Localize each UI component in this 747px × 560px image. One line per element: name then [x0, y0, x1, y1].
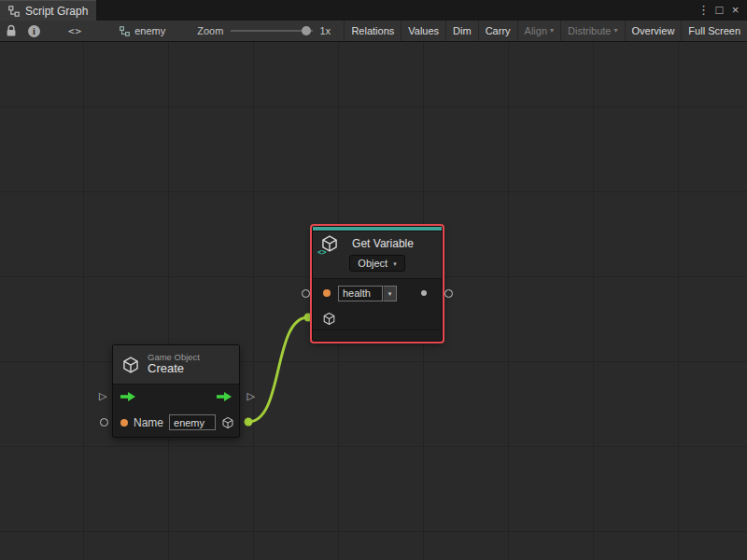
zoom-slider-handle[interactable] [302, 26, 311, 35]
tab-script-graph[interactable]: Script Graph [0, 0, 96, 21]
zoom-slider-track [231, 30, 313, 32]
name-input-port[interactable] [100, 418, 108, 427]
node-title: Create [148, 362, 200, 376]
scope-row: Object ▾ [313, 255, 442, 279]
caret-down-icon: ▾ [550, 27, 554, 35]
code-view-icon[interactable]: <> [68, 25, 82, 37]
graph-icon [120, 26, 130, 36]
zoom-slider[interactable] [231, 25, 313, 36]
overview-button[interactable]: Overview [625, 21, 682, 41]
scope-dropdown[interactable]: Object ▾ [349, 255, 404, 272]
flow-in-arrow-icon[interactable] [120, 392, 135, 401]
variable-name-input[interactable] [338, 286, 383, 301]
node-title: Get Variable [343, 237, 434, 250]
distribute-button[interactable]: Distribute ▾ [560, 21, 624, 41]
align-button[interactable]: Align ▾ [517, 21, 560, 41]
align-label: Align [525, 25, 547, 36]
variable-dropdown-button[interactable]: ▾ [383, 286, 397, 301]
scope-value: Object [358, 258, 388, 269]
graph-canvas[interactable]: <> Get Variable Object ▾ ▾ [0, 42, 747, 560]
titlebar: Script Graph ⋮ □ × [0, 0, 747, 21]
create-header[interactable]: Game Object Create [113, 345, 239, 385]
value-input-port[interactable] [302, 289, 310, 298]
flow-output-port[interactable]: ▷ [247, 391, 255, 401]
get-variable-header[interactable]: <> Get Variable [313, 231, 442, 255]
carry-label: Carry [486, 25, 511, 36]
wire-path[interactable] [248, 317, 308, 422]
name-port-dot[interactable] [120, 419, 128, 427]
carry-button[interactable]: Carry [478, 21, 517, 41]
close-icon[interactable]: × [727, 0, 743, 21]
caret-down-icon: ▾ [388, 290, 392, 297]
name-row: Name [113, 409, 239, 436]
result-cube-icon [221, 416, 234, 429]
titlebar-spacer [96, 0, 696, 21]
graph-reference[interactable]: enemy [120, 25, 165, 36]
object-cube-icon [322, 312, 336, 326]
overview-label: Overview [632, 25, 675, 36]
dim-button[interactable]: Dim [445, 21, 478, 41]
output-port-dot[interactable] [421, 290, 427, 296]
caret-down-icon: ▾ [614, 27, 618, 35]
kebab-menu-icon[interactable]: ⋮ [696, 0, 712, 21]
create-node[interactable]: Game Object Create Name ▷ ▷ [112, 344, 240, 438]
fullscreen-label: Full Screen [688, 25, 740, 36]
dim-label: Dim [453, 25, 472, 36]
graph-name: enemy [134, 25, 165, 36]
name-input[interactable] [169, 414, 216, 430]
value-output-port[interactable] [444, 289, 453, 298]
code-overlay-icon: <> [317, 248, 327, 257]
values-label: Values [408, 25, 439, 36]
relations-button[interactable]: Relations [344, 21, 401, 41]
script-graph-icon [8, 6, 20, 17]
flow-row [113, 385, 239, 409]
graph-toolbar: i <> enemy Zoom 1x Relations Values Dim … [0, 21, 747, 42]
relations-label: Relations [351, 25, 394, 36]
wire-start-port[interactable] [245, 418, 253, 427]
info-icon[interactable]: i [28, 25, 40, 37]
lock-icon[interactable] [6, 24, 17, 37]
value-input-port-dot[interactable] [323, 289, 331, 297]
script-graph-window: Script Graph ⋮ □ × i <> enemy Zoom 1x Re… [0, 0, 747, 560]
zoom-value: 1x [319, 25, 331, 36]
game-object-cube-icon [121, 356, 140, 374]
maximize-icon[interactable]: □ [712, 0, 727, 21]
variable-name-combo: ▾ [338, 286, 397, 301]
tab-title: Script Graph [25, 5, 88, 18]
name-label: Name [134, 416, 163, 429]
create-titles: Game Object Create [148, 353, 200, 377]
variable-row: ▾ [313, 279, 442, 307]
flow-input-port[interactable]: ▷ [99, 391, 106, 401]
window-controls: ⋮ □ × [696, 0, 747, 21]
get-variable-node[interactable]: <> Get Variable Object ▾ ▾ [312, 226, 443, 342]
flow-out-arrow-icon[interactable] [217, 392, 232, 401]
fullscreen-button[interactable]: Full Screen [681, 21, 747, 41]
distribute-label: Distribute [568, 25, 611, 36]
zoom-label: Zoom [197, 25, 223, 36]
node-footer [313, 329, 442, 342]
variable-cube-icon: <> [320, 234, 339, 253]
caret-down-icon: ▾ [393, 260, 397, 267]
object-row [313, 307, 442, 329]
values-button[interactable]: Values [401, 21, 445, 41]
